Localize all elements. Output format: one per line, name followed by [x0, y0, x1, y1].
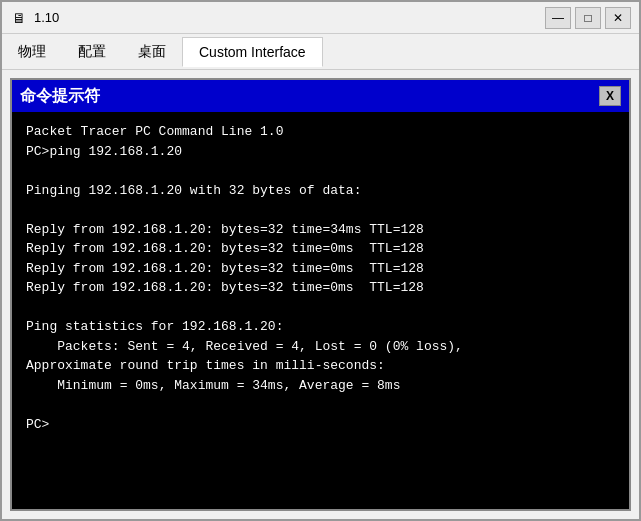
menu-item-desktop[interactable]: 桌面	[122, 37, 182, 67]
title-bar: 🖥 1.10 — □ ✕	[2, 2, 639, 34]
main-window: 🖥 1.10 — □ ✕ 物理 配置 桌面 Custom Interface 命…	[0, 0, 641, 521]
cmd-body[interactable]: Packet Tracer PC Command Line 1.0 PC>pin…	[12, 112, 629, 509]
menu-item-physics[interactable]: 物理	[2, 37, 62, 67]
content-area: 命令提示符 X Packet Tracer PC Command Line 1.…	[2, 70, 639, 519]
menu-bar: 物理 配置 桌面 Custom Interface	[2, 34, 639, 70]
close-button[interactable]: ✕	[605, 7, 631, 29]
cmd-output: Packet Tracer PC Command Line 1.0 PC>pin…	[26, 122, 615, 434]
menu-item-config[interactable]: 配置	[62, 37, 122, 67]
menu-item-custom-interface[interactable]: Custom Interface	[182, 37, 323, 67]
cmd-close-button[interactable]: X	[599, 86, 621, 106]
app-icon: 🖥	[10, 9, 28, 27]
cmd-title: 命令提示符	[20, 86, 100, 107]
minimize-button[interactable]: —	[545, 7, 571, 29]
app-version: 1.10	[34, 10, 545, 25]
maximize-button[interactable]: □	[575, 7, 601, 29]
cmd-window: 命令提示符 X Packet Tracer PC Command Line 1.…	[10, 78, 631, 511]
cmd-title-bar: 命令提示符 X	[12, 80, 629, 112]
window-controls: — □ ✕	[545, 7, 631, 29]
